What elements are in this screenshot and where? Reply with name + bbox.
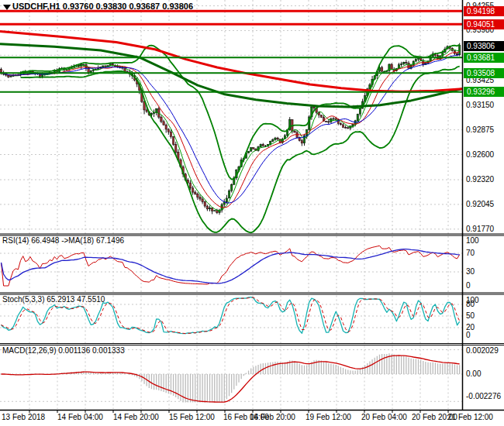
macd-gridlines: [0, 350, 462, 402]
bull-candle: [272, 139, 274, 141]
chart-canvas[interactable]: [0, 0, 504, 426]
stoch-gridlines: [0, 304, 462, 328]
bull-candle: [274, 138, 276, 139]
bull-candle: [226, 198, 227, 202]
bear-candle: [344, 127, 346, 128]
macd-panel: [2, 353, 460, 402]
bear-candle: [216, 211, 218, 213]
bull-candle: [250, 148, 251, 152]
bear-candle: [202, 199, 203, 202]
bear-candle: [175, 144, 177, 152]
bull-candle: [333, 119, 334, 119]
rsi-indicator-label: RSI(14) 66.4948 ->MA(18) 67.1496: [2, 236, 124, 245]
horizontal-gridlines: [0, 6, 462, 229]
bull-candle: [400, 64, 402, 65]
bear-candle: [347, 128, 349, 129]
bull-candle: [458, 46, 460, 55]
bear-candle: [112, 64, 113, 65]
stoch-indicator-label: Stoch(5,3,3) 65.2913 47.5510: [2, 295, 105, 304]
bear-candle: [320, 115, 322, 118]
bear-candle: [301, 141, 302, 143]
bull-candle: [153, 113, 154, 114]
bull-candle: [214, 211, 216, 211]
bear-candle: [163, 122, 164, 125]
bear-candle: [408, 63, 409, 68]
bear-candle: [211, 208, 212, 211]
bear-candle: [342, 125, 343, 128]
bear-candle: [165, 125, 167, 129]
bear-candle: [105, 66, 106, 67]
bear-candle: [313, 107, 315, 108]
bear-candle: [195, 192, 196, 194]
bear-candle: [167, 129, 169, 132]
bull-candle: [352, 125, 354, 126]
bear-candle: [172, 136, 174, 144]
bear-candle: [161, 117, 162, 122]
bear-candle: [296, 132, 298, 138]
bear-candle: [206, 206, 208, 209]
bear-candle: [419, 58, 421, 60]
bull-candle: [415, 60, 416, 61]
bear-candle: [328, 122, 330, 122]
bull-candle: [403, 62, 405, 64]
bear-candle: [197, 194, 198, 198]
bull-candle: [90, 71, 91, 73]
bear-candle: [277, 138, 278, 139]
bear-candle: [340, 123, 341, 124]
bull-candle: [357, 114, 358, 121]
bear-candle: [253, 148, 254, 149]
bull-candle: [247, 151, 249, 153]
bear-candle: [335, 119, 337, 119]
bear-candle: [192, 188, 193, 192]
bull-candle: [209, 208, 210, 209]
horizontal-level-lines: [0, 11, 462, 92]
bear-candle: [406, 62, 407, 63]
bear-candle: [325, 122, 326, 122]
bear-candle: [146, 110, 147, 112]
bull-candle: [359, 108, 361, 114]
rsi-panel: [2, 246, 460, 286]
macd-indicator-label: MACD(12,26,9) 0.001136 0.001333: [2, 346, 125, 355]
bear-candle: [204, 202, 205, 206]
bull-candle: [230, 184, 232, 191]
bull-candle: [260, 144, 261, 146]
bear-candle: [189, 183, 191, 188]
bull-candle: [10, 76, 12, 77]
symbol-pointer-icon: [3, 5, 11, 10]
rsi-gridlines: [0, 253, 462, 272]
bull-candle: [92, 70, 94, 71]
bear-candle: [170, 132, 171, 136]
bear-candle: [8, 75, 9, 77]
vertical-gridlines: [29, 0, 448, 234]
mt4-chart-window: USDCHF,H1 0.93760 0.93830 0.93687 0.9380…: [0, 0, 504, 426]
bear-candle: [199, 197, 201, 199]
bear-candle: [294, 131, 295, 132]
bull-candle: [228, 191, 230, 198]
bear-candle: [381, 67, 382, 71]
bull-candle: [102, 66, 104, 67]
bear-candle: [391, 64, 392, 70]
bear-candle: [262, 144, 264, 146]
chart-title-ohlc: USDCHF,H1 0.93760 0.93830 0.93687 0.9380…: [12, 2, 193, 11]
